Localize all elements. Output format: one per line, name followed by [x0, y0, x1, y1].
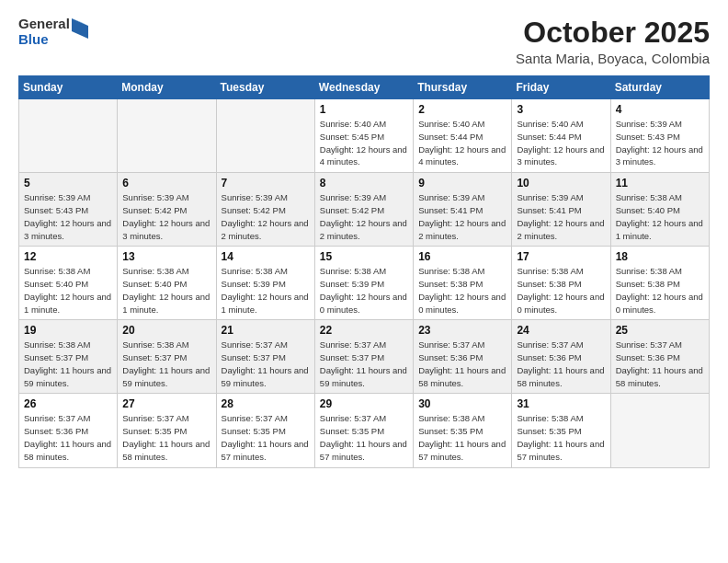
calendar-cell: 10Sunrise: 5:39 AM Sunset: 5:41 PM Dayli…: [512, 173, 610, 247]
day-info: Sunrise: 5:37 AM Sunset: 5:36 PM Dayligh…: [517, 339, 605, 389]
day-number: 23: [418, 324, 506, 337]
svg-marker-0: [72, 18, 88, 39]
day-number: 22: [320, 324, 408, 337]
calendar-cell: 18Sunrise: 5:38 AM Sunset: 5:38 PM Dayli…: [610, 247, 709, 320]
calendar-cell: 30Sunrise: 5:38 AM Sunset: 5:35 PM Dayli…: [414, 394, 512, 467]
day-info: Sunrise: 5:40 AM Sunset: 5:44 PM Dayligh…: [517, 118, 605, 168]
calendar-cell: 20Sunrise: 5:38 AM Sunset: 5:37 PM Dayli…: [118, 320, 216, 394]
day-number: 28: [222, 397, 310, 410]
calendar-cell: 19Sunrise: 5:38 AM Sunset: 5:37 PM Dayli…: [19, 320, 118, 394]
calendar-header-thursday: Thursday: [414, 76, 512, 99]
day-info: Sunrise: 5:37 AM Sunset: 5:37 PM Dayligh…: [320, 339, 408, 389]
calendar-cell: 17Sunrise: 5:38 AM Sunset: 5:38 PM Dayli…: [512, 247, 610, 320]
day-number: 19: [24, 324, 112, 337]
month-title: October 2025: [516, 17, 710, 49]
calendar-cell: 22Sunrise: 5:37 AM Sunset: 5:37 PM Dayli…: [314, 320, 413, 394]
calendar-cell: 23Sunrise: 5:37 AM Sunset: 5:36 PM Dayli…: [414, 320, 512, 394]
day-number: 4: [616, 103, 704, 116]
calendar-cell: 25Sunrise: 5:37 AM Sunset: 5:36 PM Dayli…: [610, 320, 709, 394]
calendar-cell: 21Sunrise: 5:37 AM Sunset: 5:37 PM Dayli…: [216, 320, 314, 394]
day-number: 24: [517, 324, 605, 337]
calendar-cell: 6Sunrise: 5:39 AM Sunset: 5:42 PM Daylig…: [118, 173, 216, 247]
day-number: 16: [418, 250, 506, 263]
day-info: Sunrise: 5:37 AM Sunset: 5:36 PM Dayligh…: [418, 339, 506, 389]
day-info: Sunrise: 5:39 AM Sunset: 5:41 PM Dayligh…: [418, 191, 506, 242]
calendar-cell: 27Sunrise: 5:37 AM Sunset: 5:35 PM Dayli…: [118, 394, 216, 467]
calendar-header-wednesday: Wednesday: [314, 76, 413, 99]
day-number: 7: [222, 177, 310, 190]
day-number: 10: [517, 177, 605, 190]
day-info: Sunrise: 5:37 AM Sunset: 5:37 PM Dayligh…: [222, 339, 310, 389]
day-number: 15: [320, 250, 408, 263]
calendar-cell: 4Sunrise: 5:39 AM Sunset: 5:43 PM Daylig…: [610, 99, 709, 173]
day-info: Sunrise: 5:38 AM Sunset: 5:38 PM Dayligh…: [616, 265, 704, 316]
day-number: 13: [122, 250, 210, 263]
day-info: Sunrise: 5:40 AM Sunset: 5:44 PM Dayligh…: [418, 118, 506, 168]
day-number: 31: [517, 397, 605, 410]
calendar-week-row: 12Sunrise: 5:38 AM Sunset: 5:40 PM Dayli…: [19, 247, 710, 320]
day-number: 14: [222, 250, 310, 263]
day-number: 30: [418, 397, 506, 410]
calendar-week-row: 1Sunrise: 5:40 AM Sunset: 5:45 PM Daylig…: [19, 99, 710, 173]
day-info: Sunrise: 5:38 AM Sunset: 5:35 PM Dayligh…: [517, 412, 605, 463]
day-info: Sunrise: 5:38 AM Sunset: 5:38 PM Dayligh…: [418, 265, 506, 316]
day-number: 8: [320, 177, 408, 190]
calendar-cell: 31Sunrise: 5:38 AM Sunset: 5:35 PM Dayli…: [512, 394, 610, 467]
day-info: Sunrise: 5:39 AM Sunset: 5:42 PM Dayligh…: [320, 191, 408, 242]
calendar-cell: 2Sunrise: 5:40 AM Sunset: 5:44 PM Daylig…: [414, 99, 512, 173]
calendar-cell: 16Sunrise: 5:38 AM Sunset: 5:38 PM Dayli…: [414, 247, 512, 320]
calendar-header-sunday: Sunday: [19, 76, 118, 99]
day-info: Sunrise: 5:38 AM Sunset: 5:38 PM Dayligh…: [517, 265, 605, 316]
calendar-header-tuesday: Tuesday: [216, 76, 314, 99]
logo: General Blue: [18, 17, 88, 47]
calendar-table: SundayMondayTuesdayWednesdayThursdayFrid…: [18, 75, 710, 467]
day-info: Sunrise: 5:39 AM Sunset: 5:42 PM Dayligh…: [122, 191, 210, 242]
calendar-cell: [216, 99, 314, 173]
day-number: 21: [222, 324, 310, 337]
day-info: Sunrise: 5:37 AM Sunset: 5:35 PM Dayligh…: [122, 412, 210, 463]
calendar-cell: 8Sunrise: 5:39 AM Sunset: 5:42 PM Daylig…: [314, 173, 413, 247]
day-number: 26: [24, 397, 112, 410]
day-number: 12: [24, 250, 112, 263]
calendar-cell: 26Sunrise: 5:37 AM Sunset: 5:36 PM Dayli…: [19, 394, 118, 467]
day-number: 5: [24, 177, 112, 190]
page: General Blue October 2025 Santa Maria, B…: [0, 0, 728, 563]
day-number: 18: [616, 250, 704, 263]
day-number: 27: [122, 397, 210, 410]
calendar-cell: [19, 99, 118, 173]
day-info: Sunrise: 5:38 AM Sunset: 5:39 PM Dayligh…: [222, 265, 310, 316]
calendar-week-row: 5Sunrise: 5:39 AM Sunset: 5:43 PM Daylig…: [19, 173, 710, 247]
calendar-header-friday: Friday: [512, 76, 610, 99]
day-number: 29: [320, 397, 408, 410]
header: General Blue October 2025 Santa Maria, B…: [18, 17, 710, 66]
day-info: Sunrise: 5:38 AM Sunset: 5:40 PM Dayligh…: [616, 191, 704, 242]
day-number: 17: [517, 250, 605, 263]
day-number: 6: [122, 177, 210, 190]
calendar-cell: 14Sunrise: 5:38 AM Sunset: 5:39 PM Dayli…: [216, 247, 314, 320]
title-block: October 2025 Santa Maria, Boyaca, Colomb…: [516, 17, 710, 66]
day-number: 9: [418, 177, 506, 190]
day-info: Sunrise: 5:38 AM Sunset: 5:37 PM Dayligh…: [122, 339, 210, 389]
calendar-header-saturday: Saturday: [610, 76, 709, 99]
calendar-cell: [118, 99, 216, 173]
calendar-cell: 24Sunrise: 5:37 AM Sunset: 5:36 PM Dayli…: [512, 320, 610, 394]
day-info: Sunrise: 5:39 AM Sunset: 5:43 PM Dayligh…: [616, 118, 704, 168]
day-info: Sunrise: 5:37 AM Sunset: 5:36 PM Dayligh…: [616, 339, 704, 389]
day-number: 2: [418, 103, 506, 116]
day-number: 20: [122, 324, 210, 337]
calendar-cell: 29Sunrise: 5:37 AM Sunset: 5:35 PM Dayli…: [314, 394, 413, 467]
day-number: 25: [616, 324, 704, 337]
calendar-cell: 15Sunrise: 5:38 AM Sunset: 5:39 PM Dayli…: [314, 247, 413, 320]
day-info: Sunrise: 5:39 AM Sunset: 5:41 PM Dayligh…: [517, 191, 605, 242]
calendar-cell: 28Sunrise: 5:37 AM Sunset: 5:35 PM Dayli…: [216, 394, 314, 467]
logo-blue: Blue: [18, 32, 70, 48]
day-info: Sunrise: 5:37 AM Sunset: 5:35 PM Dayligh…: [320, 412, 408, 463]
calendar-header-row: SundayMondayTuesdayWednesdayThursdayFrid…: [19, 76, 710, 99]
calendar-cell: 12Sunrise: 5:38 AM Sunset: 5:40 PM Dayli…: [19, 247, 118, 320]
calendar-cell: 3Sunrise: 5:40 AM Sunset: 5:44 PM Daylig…: [512, 99, 610, 173]
day-info: Sunrise: 5:38 AM Sunset: 5:40 PM Dayligh…: [24, 265, 112, 316]
calendar-cell: 13Sunrise: 5:38 AM Sunset: 5:40 PM Dayli…: [118, 247, 216, 320]
day-info: Sunrise: 5:38 AM Sunset: 5:37 PM Dayligh…: [24, 339, 112, 389]
day-number: 11: [616, 177, 704, 190]
day-number: 1: [320, 103, 408, 116]
